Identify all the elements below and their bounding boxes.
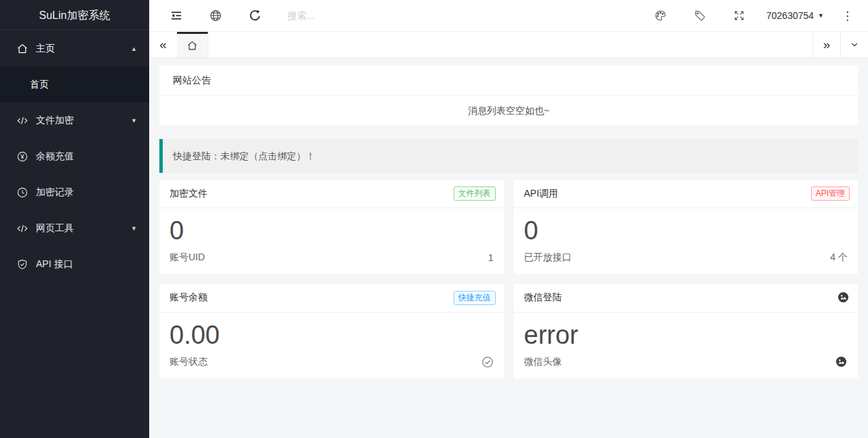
sidebar-item-label: 文件加密 bbox=[36, 115, 74, 127]
sidebar: SuLin加密系统 主页 ▲ 首页 文件加密 ▼ bbox=[0, 0, 149, 438]
stat-value: 0 bbox=[159, 208, 504, 245]
stat-value: 0 bbox=[514, 208, 859, 245]
tab-spacer bbox=[208, 32, 812, 58]
sidebar-item-label: 网页工具 bbox=[36, 222, 74, 235]
main-area: 702630754 ▼ ⋮ « » 网站公告 消息 bbox=[149, 0, 868, 438]
caret-down-icon: ▼ bbox=[131, 117, 137, 124]
sidebar-item-recharge[interactable]: 余额充值 bbox=[0, 138, 149, 174]
home-icon bbox=[17, 43, 28, 54]
clock-icon bbox=[17, 187, 28, 198]
sidebar-item-index[interactable]: 首页 bbox=[0, 66, 149, 102]
caret-down-icon: ▼ bbox=[818, 12, 824, 19]
sidebar-item-home[interactable]: 主页 ▲ bbox=[0, 31, 149, 66]
sidebar-item-records[interactable]: 加密记录 bbox=[0, 174, 149, 210]
search-input[interactable] bbox=[288, 10, 654, 21]
sidebar-item-label: 余额充值 bbox=[36, 151, 74, 163]
broken-image-icon bbox=[835, 356, 848, 368]
stat-title: 微信登陆 bbox=[524, 292, 562, 304]
stat-footer-value: 1 bbox=[488, 252, 494, 263]
stat-value: 0.00 bbox=[159, 313, 504, 350]
stat-title: 账号余额 bbox=[170, 292, 208, 304]
stat-footer-label: 账号状态 bbox=[170, 356, 208, 368]
yen-circle-icon bbox=[17, 151, 28, 162]
file-list-badge[interactable]: 文件列表 bbox=[454, 186, 496, 201]
top-toolbar: 702630754 ▼ ⋮ bbox=[149, 0, 868, 31]
check-circle-icon bbox=[481, 356, 494, 368]
tab-home[interactable] bbox=[177, 32, 208, 58]
stat-footer-label: 微信头像 bbox=[524, 356, 562, 368]
user-menu[interactable]: 702630754 ▼ bbox=[766, 10, 824, 21]
sidebar-nav: 主页 ▲ 首页 文件加密 ▼ 余额充值 bbox=[0, 31, 149, 282]
announcement-card: 网站公告 消息列表空空如也~ bbox=[159, 66, 858, 125]
toolbar-right: 702630754 ▼ ⋮ bbox=[654, 9, 853, 22]
stat-footer-label: 账号UID bbox=[170, 252, 205, 264]
refresh-icon[interactable] bbox=[248, 9, 262, 22]
fullscreen-icon[interactable] bbox=[732, 9, 746, 22]
user-id: 702630754 bbox=[766, 10, 814, 21]
caret-down-icon: ▼ bbox=[131, 225, 137, 232]
tabs-scroll-right-icon[interactable]: » bbox=[812, 32, 840, 58]
caret-up-icon: ▲ bbox=[131, 45, 137, 52]
stat-footer-value: 4 个 bbox=[830, 252, 848, 264]
broken-image-icon bbox=[837, 292, 850, 304]
more-options-icon[interactable]: ⋮ bbox=[842, 10, 853, 22]
tabs-scroll-left-icon[interactable]: « bbox=[149, 32, 177, 58]
sidebar-item-api[interactable]: API 接口 bbox=[0, 246, 149, 282]
stats-grid: 加密文件 文件列表 0 账号UID 1 API调用 API管理 0 bbox=[159, 180, 858, 378]
quick-login-alert[interactable]: 快捷登陆：未绑定（点击绑定）！ bbox=[159, 139, 858, 173]
sidebar-item-label: 首页 bbox=[30, 79, 49, 91]
content-area: 网站公告 消息列表空空如也~ 快捷登陆：未绑定（点击绑定）！ 加密文件 文件列表… bbox=[149, 58, 868, 438]
sidebar-item-label: 主页 bbox=[36, 43, 55, 55]
tabs-menu-icon[interactable] bbox=[840, 32, 868, 58]
app-title: SuLin加密系统 bbox=[0, 0, 149, 31]
stat-card-wechat: 微信登陆 error 微信头像 bbox=[514, 284, 859, 378]
stat-title: 加密文件 bbox=[170, 188, 208, 200]
api-manage-badge[interactable]: API管理 bbox=[811, 186, 850, 201]
tab-bar: « » bbox=[149, 31, 868, 58]
app-window: SuLin加密系统 主页 ▲ 首页 文件加密 ▼ bbox=[0, 0, 868, 438]
stat-footer-label: 已开放接口 bbox=[524, 252, 572, 264]
globe-icon[interactable] bbox=[209, 9, 222, 22]
sidebar-item-label: 加密记录 bbox=[36, 186, 74, 199]
quick-recharge-badge[interactable]: 快捷充值 bbox=[454, 291, 496, 306]
stat-card-balance: 账号余额 快捷充值 0.00 账号状态 bbox=[159, 284, 504, 378]
stat-title: API调用 bbox=[524, 188, 559, 200]
stat-value: error bbox=[514, 313, 859, 350]
code-icon bbox=[17, 115, 28, 126]
announcement-title: 网站公告 bbox=[159, 66, 858, 96]
theme-palette-icon[interactable] bbox=[654, 9, 667, 22]
home-icon bbox=[187, 41, 197, 51]
sidebar-item-file-encrypt[interactable]: 文件加密 ▼ bbox=[0, 102, 149, 138]
announcement-empty-text: 消息列表空空如也~ bbox=[159, 96, 858, 125]
tag-icon[interactable] bbox=[693, 9, 707, 22]
stat-card-encrypt-files: 加密文件 文件列表 0 账号UID 1 bbox=[159, 180, 504, 274]
collapse-sidebar-icon[interactable] bbox=[170, 9, 183, 22]
sidebar-item-label: API 接口 bbox=[36, 258, 73, 271]
shield-check-icon bbox=[17, 259, 28, 270]
stat-card-api-calls: API调用 API管理 0 已开放接口 4 个 bbox=[514, 180, 859, 274]
sidebar-item-web-tools[interactable]: 网页工具 ▼ bbox=[0, 210, 149, 246]
code-icon bbox=[17, 223, 28, 234]
